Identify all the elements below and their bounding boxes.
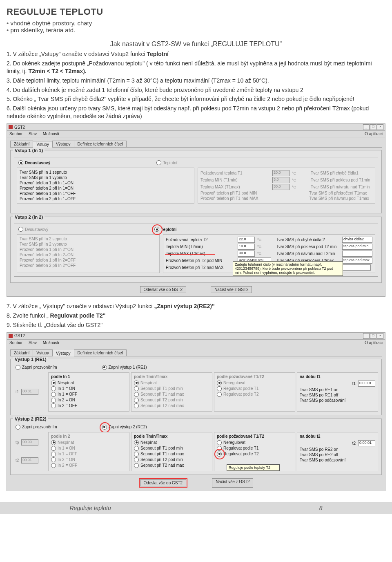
radio-re1-zapni[interactable]: Zapni výstup 1 (RE1) [102, 365, 147, 370]
tab-zakladni[interactable]: Základní [10, 349, 33, 356]
input-t1-duration[interactable]: 0.00.01 [358, 381, 375, 387]
radio-re2-p2-4[interactable]: Sepnout při T2 nad max [134, 463, 184, 468]
radio-v1-teplotni[interactable]: Teplotní [156, 160, 177, 165]
page-footer: Reguluje teplotu 8 [0, 502, 392, 514]
menu-moznosti[interactable]: Možnosti [43, 340, 59, 345]
v2-left-4: Prozvoň telefon 1 při In 2=OFF [20, 258, 76, 262]
btn-send-all-2[interactable]: Odeslat vše do GST2 [140, 479, 187, 486]
step-3: 3. Dále teplotní limity, teplotu minimál… [7, 77, 385, 85]
v2-left-0: Tvar SMS při In 2 sepnuto [20, 237, 67, 241]
tab-telcisla[interactable]: Definice telefonních čísel [74, 141, 127, 147]
tab-zakladni[interactable]: Základní [10, 141, 33, 147]
radio-re2-p2-0[interactable]: Nespínat [134, 440, 157, 445]
input-sms-chyba[interactable]: chyba cidla2 [342, 237, 372, 243]
radio-re2-p3-0[interactable]: Neregulovat [217, 440, 245, 445]
menu-stav[interactable]: Stav [29, 340, 37, 345]
tab-vystupy[interactable]: Výstupy [52, 141, 74, 147]
menu-soubor[interactable]: Soubor [9, 340, 22, 345]
maximize-button[interactable]: □ [370, 124, 376, 130]
radio-v2-dvoustavovy[interactable]: Dvoustavový [18, 227, 48, 232]
group-vstup1: Vstup 1 (In 1) Dvoustavový Teplotní Tvar… [10, 150, 382, 213]
titlebar-2: GST2 _ □ × [7, 333, 385, 340]
input-sms-podmin[interactable]: teplota pod min [342, 244, 372, 250]
tooltip-reg-t2: Reguluje podle teploty T2 [227, 464, 280, 471]
menu-moznosti[interactable]: Možnosti [43, 132, 59, 136]
radio-re1-p1-0[interactable]: Nespínat [51, 381, 74, 385]
step-6: 6. Další okénka jsou určeny pro tvary SM… [7, 105, 385, 120]
v1-left-1: Tvar SMS při In 1 vypnuto [20, 175, 67, 180]
group-vystup2: Výstup 2 (RE2) Zapni prozvoněním Zapni v… [10, 419, 382, 475]
menu-about[interactable]: O aplikaci [365, 132, 383, 136]
radio-re1-p1-4[interactable]: In 2 = OFF [51, 403, 77, 408]
app-logo-icon [9, 125, 13, 129]
page-heading: REGULUJE TEPLOTU [7, 7, 385, 17]
radio-re2-reg-t2[interactable]: Regulovat podle T2 [217, 452, 259, 457]
radio-re1-p1-3[interactable]: In 2 = ON [51, 398, 75, 403]
input-sms-navratmin[interactable] [342, 251, 372, 257]
step-4: 4. Do dalších okének je možné zadat 1 te… [7, 86, 385, 94]
group-vstup1-title: Vstup 1 (In 1) [13, 148, 45, 153]
step-9: 9. Stiskněte tl. „Odeslat vše do GST2" [7, 321, 385, 329]
menu-soubor[interactable]: Soubor [9, 132, 22, 136]
screenshot-vystupy: GST2 _ □ × Soubor Stav Možnosti O aplika… [7, 332, 385, 491]
step-7: 7. V záložce „ Výstupy" označte v odstav… [7, 302, 385, 310]
tab-vstupy[interactable]: Vstupy [33, 141, 53, 148]
radio-v1-dvoustavovy[interactable]: Dvoustavový [18, 160, 50, 165]
subtitle: Jak nastavit v GST2-SW ve funkci „REGULU… [7, 40, 385, 48]
v1-left-2: Prozvoň telefon 1 při In 1=ON [20, 181, 74, 185]
radio-v2-teplotni[interactable]: Teplotní [154, 227, 176, 232]
radio-re2-p2-2[interactable]: Sepnout při T1 nad max [134, 452, 184, 457]
radio-re2-p2-3[interactable]: Sepnout při T2 pod min [134, 457, 183, 462]
app-logo-icon [9, 334, 13, 338]
v2-left-2: Prozvoň telefon 1 při In 2=ON [20, 247, 74, 252]
input-t2[interactable]: 22.0 [238, 237, 255, 243]
input-sms-navratmax[interactable] [341, 264, 371, 271]
btn-read-all-2[interactable]: Načíst vše z GST2 [212, 478, 253, 488]
minimize-button[interactable]: _ [363, 124, 370, 130]
close-button[interactable]: × [377, 124, 383, 130]
radio-re1-p1-2[interactable]: In 1 = OFF [51, 392, 77, 397]
tab-telcisla[interactable]: Definice telefonních čísel [74, 349, 127, 356]
radio-re2-p3-1[interactable]: Regulovat podle T1 [217, 446, 259, 451]
tooltip-phone: Zadejte telefonní číslo (v mezinárodním … [233, 261, 343, 276]
intro-bullets: vhodné obytné prostory, chaty pro sklení… [7, 20, 385, 34]
group-vstup2-title: Vstup 2 (In 2) [13, 215, 45, 219]
v2-left-3: Prozvoň telefon 2 při In 2=ON [20, 253, 74, 257]
v1-left-3: Prozvoň telefon 2 při In 1=ON [20, 186, 74, 190]
input-sms-prekroceni[interactable]: teplota nad max [342, 257, 372, 264]
tabs-row: Základní Vstupy Výstupy Definice telefon… [10, 141, 382, 148]
v2-left-5: Prozvoň telefon 2 při In 2=OFF [20, 263, 76, 268]
btn-read-all[interactable]: Načíst vše z GST2 [211, 286, 252, 293]
step-8: 8. Zvolte funkci „ Regulovat podle T2" [7, 312, 385, 320]
radio-re1-prozvon[interactable]: Zapni prozvoněním [16, 365, 57, 370]
minimize-button[interactable]: _ [363, 333, 370, 339]
v1-left-0: Tvar SMS při In 1 sepnuto [20, 170, 67, 175]
close-button[interactable]: × [377, 333, 383, 339]
group-vstup2: Vstup 2 (In 2) Dvoustavový Teplotní Tvar… [10, 217, 382, 283]
step-5: 5. Okénko „ Tvar SMS při chybě čidla2" v… [7, 95, 385, 103]
highlight-rect-icon: Odeslat vše do GST2 [139, 478, 188, 488]
input-t2max[interactable]: 30.0 [238, 251, 255, 257]
btn-send-all[interactable]: Odeslat vše do GST2 [140, 286, 187, 293]
maximize-button[interactable]: □ [370, 333, 376, 339]
bullet-2: pro skleníky, terária atd. [7, 27, 385, 34]
v2-left-1: Tvar SMS při In 2 vypnuto [20, 242, 67, 246]
input-t2-duration[interactable]: 0.00.01 [358, 440, 375, 446]
footer-page: 8 [319, 505, 323, 511]
bullet-1: vhodné obytné prostory, chaty [7, 20, 385, 27]
radio-re1-p1-1[interactable]: In 1 = ON [51, 386, 75, 391]
menu-about[interactable]: O aplikaci [365, 340, 383, 345]
menu-stav[interactable]: Stav [29, 132, 37, 136]
tab-vstupy[interactable]: Vstupy [33, 349, 53, 356]
menubar: Soubor Stav Možnosti O aplikaci [7, 131, 385, 137]
step-2: 2. Do okének zadejte postupně „Požadovan… [7, 60, 385, 75]
radio-re2-zapni[interactable]: Zapni výstup 2 (RE2) [102, 425, 147, 430]
radio-re2-prozvon[interactable]: Zapni prozvoněním [16, 425, 57, 430]
tab-vystupy[interactable]: Výstupy [52, 350, 74, 356]
input-t2min[interactable]: 10.0 [238, 244, 255, 250]
divider [7, 37, 385, 37]
step-1: 1. V záložce „Vstupy" označte v odstavci… [7, 50, 385, 58]
radio-re2-p2-1[interactable]: Sepnout při T1 pod min [134, 446, 183, 451]
v1-left-4: Prozvoň telefon 1 při In 1=OFF [20, 191, 76, 196]
screenshot-vstupy: GST2 _ □ × Soubor Stav Možnosti O aplika… [7, 123, 385, 297]
